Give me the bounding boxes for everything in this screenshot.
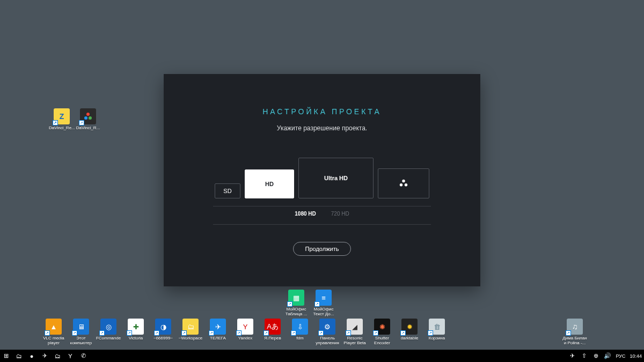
desktop-shortcut[interactable]: ⚙↗Панель управления <box>314 319 340 346</box>
taskbar-app-icon[interactable]: ● <box>28 352 35 360</box>
shortcut-label: Этот компьютер <box>68 336 94 346</box>
taskbar: ⊞🗂●✈🗂Y✆ ✈⇧⊕🔊 РУС 10:44 <box>0 350 644 362</box>
dialog-title: НАСТРОЙКА ПРОЕКТА <box>164 107 480 116</box>
shortcut-label: МойОфис Таблица ... <box>283 307 309 317</box>
continue-button[interactable]: Продолжить <box>293 242 352 256</box>
desktop-row-main: ▲↗VLC media player🖥↗Этот компьютер◎↗FCom… <box>41 319 450 346</box>
taskbar-app-icon[interactable]: ✈ <box>41 352 48 360</box>
desktop-shortcut[interactable]: ✚↗Victoria <box>123 319 149 346</box>
shortcut-label: Victoria <box>129 336 143 346</box>
tray-icon[interactable]: ⊕ <box>592 352 599 360</box>
start-button[interactable]: ⊞ <box>2 352 10 360</box>
shortcut-label: Дима Билан и Polina -... <box>562 336 588 346</box>
svg-point-3 <box>402 180 405 182</box>
svg-point-2 <box>89 116 92 120</box>
resolution-row: SD HD Ultra HD <box>164 158 480 198</box>
tray-icon[interactable]: 🔊 <box>604 352 611 360</box>
desktop-shortcut[interactable]: ◢↗Resonic Player Beta <box>342 319 368 346</box>
desktop-shortcut[interactable]: ✺↗Shutter Encoder <box>369 319 395 346</box>
desktop-shortcut-davinci-archive[interactable]: Z↗ DaVinci_Re... <box>49 108 75 131</box>
taskbar-left: ⊞🗂●✈🗂Y✆ <box>2 352 87 360</box>
shortcut-label: ТЕЛЕГА <box>210 336 226 346</box>
shortcut-label: darktable <box>401 336 419 346</box>
desktop-shortcut[interactable]: ✹↗darktable <box>397 319 422 346</box>
shortcut-label: МойОфис Текст До... <box>311 307 336 317</box>
tray-icon[interactable]: ✈ <box>568 352 576 360</box>
desktop-shortcut[interactable]: 🗑↗Корзина <box>424 319 450 346</box>
desktop-shortcut[interactable]: 🖥↗Этот компьютер <box>68 319 94 346</box>
desktop-shortcut[interactable]: ▲↗VLC media player <box>41 319 67 346</box>
tray-icon[interactable]: ⇧ <box>580 352 588 360</box>
sub-res-720[interactable]: 720 HD <box>331 211 349 217</box>
desktop-shortcut[interactable]: Aあ↗Я.Перев <box>260 319 286 346</box>
shortcut-label: Панель управления <box>314 336 340 346</box>
desktop-shortcut-davinci-resolve[interactable]: ↗ DaVinci_R... <box>75 108 101 131</box>
sub-resolution-row: 1080 HD 720 HD <box>164 211 480 217</box>
shortcut-label: Корзина <box>429 336 445 346</box>
shortcut-label: Я.Перев <box>264 336 281 346</box>
desktop-shortcut[interactable]: 🗂↗~Workspace <box>178 319 203 346</box>
davinci-icon <box>399 179 408 188</box>
dialog-subtitle: Укажите разрешение проекта. <box>164 124 480 132</box>
resolution-custom-button[interactable] <box>378 168 429 198</box>
svg-point-4 <box>400 183 402 186</box>
svg-point-0 <box>86 113 90 116</box>
shortcut-label: Yandex <box>238 336 253 346</box>
shortcut-label: fdm <box>296 336 303 346</box>
divider <box>213 224 431 225</box>
taskbar-app-icon[interactable]: ✆ <box>79 352 87 360</box>
project-setup-dialog: НАСТРОЙКА ПРОЕКТА Укажите разрешение про… <box>164 74 480 286</box>
taskbar-lang[interactable]: РУС <box>616 353 625 359</box>
shortcut-label: DaVinci_R... <box>75 126 101 131</box>
sub-res-1080[interactable]: 1080 HD <box>295 211 316 217</box>
desktop-shortcut[interactable]: ⇩↗fdm <box>287 319 313 346</box>
taskbar-tray: ✈⇧⊕🔊 РУС 10:44 <box>568 352 642 360</box>
desktop-shortcut[interactable]: Y↗Yandex <box>232 319 258 346</box>
shortcut-label: Shutter Encoder <box>369 336 395 346</box>
desktop-shortcut[interactable]: ◎↗FCommande <box>96 319 121 346</box>
desktop-shortcut[interactable]: ≡↗МойОфис Текст До... <box>311 290 336 317</box>
resolution-sd-button[interactable]: SD <box>215 183 240 198</box>
resolution-hd-button[interactable]: HD <box>245 169 294 198</box>
shortcut-label: ~666999~ <box>153 336 173 346</box>
shortcut-label: FCommande <box>96 336 121 346</box>
taskbar-app-icon[interactable]: Y <box>67 352 74 360</box>
desktop-shortcut[interactable]: ◑↗~666999~ <box>150 319 176 346</box>
taskbar-app-icon[interactable]: 🗂 <box>15 352 23 360</box>
taskbar-app-icon[interactable]: 🗂 <box>54 352 61 360</box>
desktop-shortcut[interactable]: ✈↗ТЕЛЕГА <box>205 319 231 346</box>
divider <box>213 206 431 206</box>
taskbar-clock[interactable]: 10:44 <box>630 353 642 359</box>
svg-point-5 <box>405 183 407 186</box>
desktop-shortcut[interactable]: ▦↗МойОфис Таблица ... <box>283 290 309 317</box>
svg-point-1 <box>84 116 87 120</box>
shortcut-label: ~Workspace <box>179 336 203 346</box>
resolution-uhd-button[interactable]: Ultra HD <box>298 158 374 198</box>
davinci-icon <box>83 112 93 121</box>
shortcut-label: DaVinci_Re... <box>49 126 75 131</box>
desktop-row-office: ▦↗МойОфис Таблица ...≡↗МойОфис Текст До.… <box>283 290 336 317</box>
shortcut-label: Resonic Player Beta <box>342 336 368 346</box>
shortcut-label: VLC media player <box>41 336 67 346</box>
desktop-shortcut-html-file[interactable]: ♫↗ Дима Билан и Polina -... <box>562 319 588 346</box>
